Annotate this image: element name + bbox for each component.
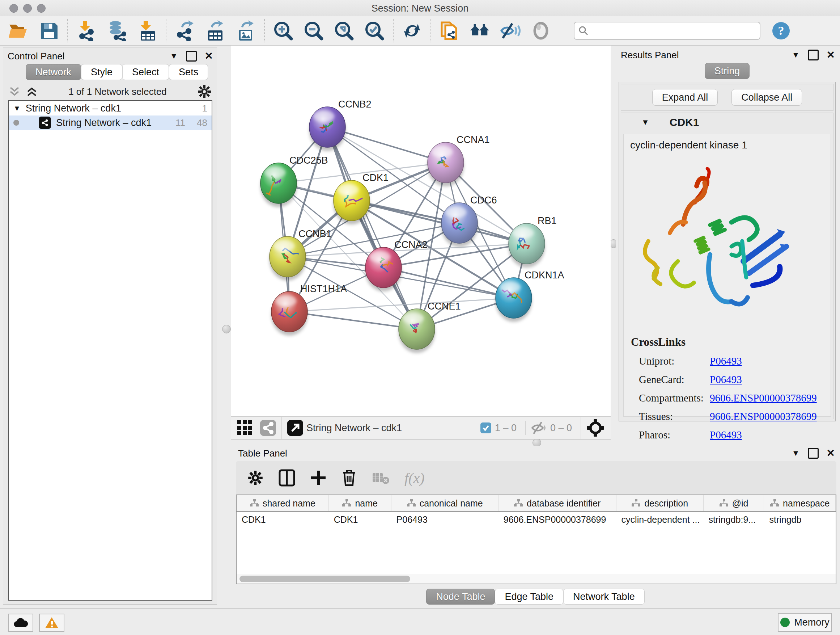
float-table-icon[interactable] xyxy=(808,448,819,459)
tab-edge-table[interactable]: Edge Table xyxy=(495,589,563,605)
table-cell[interactable]: stringdb xyxy=(764,515,836,525)
scrollbar-thumb[interactable] xyxy=(240,576,410,582)
table-cell[interactable]: 9606.ENSP00000378699 xyxy=(499,515,616,525)
tab-network[interactable]: Network xyxy=(26,64,81,80)
column-header-name[interactable]: name xyxy=(329,495,392,511)
column-type-icon xyxy=(631,499,641,508)
network-node-cdc25b[interactable] xyxy=(261,163,297,207)
collection-expand-icon[interactable]: ▼ xyxy=(13,105,21,112)
table-options-gear-icon[interactable] xyxy=(248,470,264,486)
collapse-results-icon[interactable]: ▼ xyxy=(792,51,800,59)
tab-sets[interactable]: Sets xyxy=(169,64,208,80)
tab-node-table[interactable]: Node Table xyxy=(426,589,495,605)
network-node-ccna2[interactable] xyxy=(365,247,401,291)
save-session-icon[interactable] xyxy=(38,20,59,41)
table-cell[interactable]: P06493 xyxy=(392,515,499,525)
column-header-namespace[interactable]: namespace xyxy=(764,495,836,511)
network-edge[interactable] xyxy=(352,201,527,244)
network-edge[interactable] xyxy=(327,127,417,329)
memory-button[interactable]: Memory xyxy=(778,613,832,632)
float-results-icon[interactable] xyxy=(808,50,819,60)
network-options-gear-icon[interactable] xyxy=(197,84,212,99)
table-cell[interactable]: CDK1 xyxy=(329,515,392,525)
network-node-ccna1[interactable] xyxy=(428,142,464,187)
crosslinks-title: CrossLinks xyxy=(631,336,826,348)
crosslink-link[interactable]: P06493 xyxy=(710,374,742,386)
collapse-all-button[interactable]: Collapse All xyxy=(731,89,802,106)
home-icon[interactable] xyxy=(470,20,491,41)
crosslink-link[interactable]: 9606.ENSP00000378699 xyxy=(710,392,817,404)
network-canvas[interactable]: CCNB2CCNA1CDC25BCDK1CDC6RB1CCNB1CCNA2CDK… xyxy=(231,46,611,416)
crosslink-link[interactable]: P06493 xyxy=(710,429,742,441)
network-collection-row[interactable]: ▼ String Network – cdk1 1 xyxy=(9,101,212,116)
table-cell[interactable]: stringdb:9... xyxy=(704,515,764,525)
network-node-ccne1[interactable] xyxy=(399,309,435,353)
table-cell[interactable]: cyclin-dependent ... xyxy=(616,515,704,525)
network-edge[interactable] xyxy=(289,312,417,329)
annotation-icon[interactable] xyxy=(439,20,460,41)
zoom-in-icon[interactable] xyxy=(273,20,294,41)
column-header-database-identifier[interactable]: database identifier xyxy=(499,495,616,511)
tab-select[interactable]: Select xyxy=(122,64,169,80)
table-cell[interactable]: CDK1 xyxy=(237,515,329,525)
expand-all-networks-icon[interactable] xyxy=(26,86,38,97)
zoom-fit-icon[interactable] xyxy=(333,20,355,41)
column-header-description[interactable]: description xyxy=(616,495,704,511)
expand-all-button[interactable]: Expand All xyxy=(652,89,718,106)
node-label-ccnb2: CCNB2 xyxy=(338,99,371,110)
close-table-icon[interactable]: ✕ xyxy=(827,448,835,458)
import-table-icon[interactable] xyxy=(137,20,158,41)
crosslink-link[interactable]: P06493 xyxy=(710,355,742,367)
collapse-table-icon[interactable]: ▼ xyxy=(792,449,800,457)
selected-checkbox-icon[interactable] xyxy=(480,423,491,433)
tab-style[interactable]: Style xyxy=(81,64,122,80)
column-header--id[interactable]: @id xyxy=(704,495,764,511)
export-network-icon[interactable] xyxy=(174,20,195,41)
crosslink-link[interactable]: 9606.ENSP00000378699 xyxy=(710,410,817,423)
float-panel-icon[interactable] xyxy=(186,51,197,62)
network-row[interactable]: String Network – cdk1 11 48 xyxy=(9,116,212,130)
column-header-shared-name[interactable]: shared name xyxy=(237,495,329,511)
table-horizontal-scrollbar[interactable] xyxy=(237,574,836,584)
detach-view-icon[interactable] xyxy=(287,420,303,436)
zoom-out-icon[interactable] xyxy=(303,20,324,41)
warning-status-button[interactable] xyxy=(39,614,65,632)
delete-column-icon[interactable] xyxy=(341,469,357,486)
gene-section-expand-icon[interactable]: ▼ xyxy=(641,119,649,126)
collapse-all-networks-icon[interactable] xyxy=(8,86,21,97)
node-label-cdc25b: CDC25B xyxy=(289,155,328,166)
network-share-view-icon[interactable] xyxy=(260,420,276,436)
network-node-hist1h1a[interactable] xyxy=(271,291,308,336)
birds-eye-view-icon[interactable] xyxy=(586,418,605,437)
open-session-icon[interactable] xyxy=(8,20,29,41)
vertical-splitter-handle[interactable] xyxy=(222,325,231,333)
node-label-ccne1: CCNE1 xyxy=(428,301,461,312)
tab-network-table[interactable]: Network Table xyxy=(563,589,645,605)
close-panel-icon[interactable]: ✕ xyxy=(205,51,213,61)
network-node-ccnb2[interactable] xyxy=(309,107,346,151)
help-icon[interactable]: ? xyxy=(771,20,791,41)
network-node-cdc6[interactable] xyxy=(441,203,477,247)
cloud-status-button[interactable] xyxy=(8,614,33,632)
close-results-icon[interactable]: ✕ xyxy=(827,50,835,60)
show-all-icon[interactable] xyxy=(531,20,551,41)
refresh-icon[interactable] xyxy=(401,20,423,41)
collapse-panel-icon[interactable]: ▼ xyxy=(170,52,178,60)
export-table-icon[interactable] xyxy=(205,20,226,41)
network-node-cdkn1a[interactable] xyxy=(496,278,532,322)
network-node-rb1[interactable] xyxy=(508,223,545,268)
export-image-icon[interactable] xyxy=(235,20,256,41)
zoom-selected-icon[interactable] xyxy=(364,20,385,41)
network-node-cdk1[interactable] xyxy=(333,180,370,225)
column-header-canonical-name[interactable]: canonical name xyxy=(392,495,499,511)
search-input[interactable] xyxy=(589,24,756,38)
column-header-label: @id xyxy=(732,498,748,509)
tab-string[interactable]: String xyxy=(705,63,750,79)
show-columns-icon[interactable] xyxy=(279,469,295,486)
grid-view-icon[interactable] xyxy=(237,420,253,436)
add-column-icon[interactable] xyxy=(310,470,326,486)
hide-selected-icon[interactable] xyxy=(500,20,521,41)
import-network-icon[interactable] xyxy=(76,20,97,41)
import-network-from-database-icon[interactable] xyxy=(106,20,127,41)
network-node-ccnb1[interactable] xyxy=(270,236,306,280)
